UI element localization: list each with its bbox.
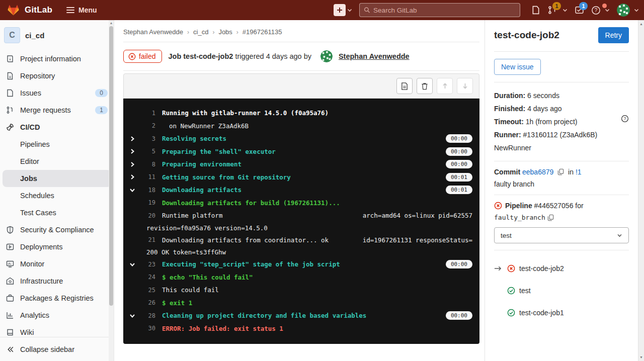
log-line: 26 $ exit 1 bbox=[129, 297, 472, 310]
pipeline-job-row[interactable]: test-code-job1 bbox=[494, 309, 629, 317]
log-line-number[interactable]: 30 bbox=[140, 325, 155, 332]
sidebar-project[interactable]: C ci_cd bbox=[0, 23, 114, 50]
scroll-to-bottom-button[interactable] bbox=[457, 78, 473, 94]
pipeline-jobs-list: test-code-job2 test test-code-job1 bbox=[494, 264, 629, 317]
section-toggle[interactable] bbox=[129, 313, 140, 319]
user-menu-button[interactable] bbox=[617, 4, 639, 17]
global-search[interactable] bbox=[359, 3, 520, 17]
avatar[interactable] bbox=[320, 50, 333, 62]
sidebar-item-merge-requests[interactable]: Merge requests 1 bbox=[0, 102, 114, 119]
log-line-number[interactable]: 25 bbox=[140, 287, 155, 294]
copy-icon[interactable] bbox=[557, 168, 564, 175]
section-toggle[interactable] bbox=[129, 261, 140, 267]
section-toggle[interactable] bbox=[129, 161, 140, 167]
new-menu-button[interactable] bbox=[334, 4, 352, 16]
chevron-right-icon bbox=[129, 136, 135, 142]
search-input[interactable] bbox=[373, 7, 516, 14]
sidebar-item-infrastructure[interactable]: Infrastructure bbox=[0, 273, 114, 290]
scroll-to-top-button[interactable] bbox=[437, 78, 453, 94]
scroll-up-arrow-icon[interactable]: ▲ bbox=[638, 22, 644, 26]
commit-message: faulty branch bbox=[494, 180, 629, 188]
sidebar-item-jobs[interactable]: Jobs bbox=[3, 170, 111, 187]
svg-text:?: ? bbox=[595, 7, 598, 13]
sidebar-item-editor[interactable]: Editor bbox=[0, 153, 114, 170]
scroll-up-arrow-icon[interactable]: ▲ bbox=[109, 20, 114, 25]
sidebar-item-analytics[interactable]: Analytics bbox=[0, 307, 114, 324]
log-line-detail: arch=amd64 os=linux pid=62557 bbox=[358, 212, 472, 219]
sidebar-item-schedules[interactable]: Schedules bbox=[0, 187, 114, 204]
log-line-number[interactable]: 8 bbox=[140, 161, 155, 168]
section-toggle[interactable] bbox=[129, 187, 140, 193]
commit-sha-link[interactable]: eeba6879 bbox=[522, 168, 553, 176]
menu-button[interactable]: Menu bbox=[66, 6, 97, 14]
pipeline-ref[interactable]: faulty_branch bbox=[494, 214, 545, 221]
log-line-number[interactable]: 26 bbox=[140, 299, 155, 306]
gitlab-logo-icon[interactable] bbox=[7, 4, 20, 16]
log-line-number[interactable]: 23 bbox=[140, 261, 155, 268]
pipeline-job-row[interactable]: test bbox=[494, 287, 629, 295]
todos-button[interactable]: 1 bbox=[575, 6, 584, 15]
sidebar-item-project-information[interactable]: Project information bbox=[0, 50, 114, 67]
trigger-user-link[interactable]: Stephan Avenwedde bbox=[339, 52, 410, 60]
sidebar-item-label: Merge requests bbox=[20, 106, 71, 114]
job-link[interactable]: test-code-job2 bbox=[519, 264, 564, 273]
section-toggle[interactable] bbox=[129, 174, 140, 180]
breadcrumb-jobs[interactable]: Jobs bbox=[218, 28, 232, 36]
log-line-number[interactable]: 2 bbox=[140, 122, 155, 129]
job-link[interactable]: test-code-job1 bbox=[519, 309, 564, 317]
log-line-number[interactable]: 3 bbox=[140, 135, 155, 142]
breadcrumb-project[interactable]: ci_cd bbox=[193, 28, 208, 36]
issues-dashboard-button[interactable] bbox=[531, 6, 540, 15]
timeout-help-icon[interactable]: ? bbox=[621, 115, 629, 123]
sidebar-item-ci-cd[interactable]: CI/CD bbox=[0, 119, 114, 136]
breadcrumb-job-id[interactable]: #1967261135 bbox=[243, 28, 282, 36]
log-line-number[interactable]: 18 bbox=[140, 187, 155, 194]
job-link[interactable]: test bbox=[519, 287, 531, 295]
sidebar-item-repository[interactable]: Repository bbox=[0, 67, 114, 84]
log-line-number[interactable]: 24 bbox=[140, 274, 155, 281]
log-line-number[interactable]: 19 bbox=[140, 199, 155, 206]
erase-log-button[interactable] bbox=[417, 78, 433, 94]
sidebar-scrollbar[interactable]: ▲ bbox=[109, 20, 114, 361]
log-line-number[interactable]: 20 bbox=[140, 212, 155, 219]
sidebar-item-wiki[interactable]: Wiki bbox=[0, 324, 114, 337]
pipeline-job-row-current[interactable]: test-code-job2 bbox=[494, 264, 629, 273]
scroll-down-arrow-icon[interactable]: ▼ bbox=[638, 355, 644, 359]
log-line: 11 Getting source from Git repository 00… bbox=[129, 171, 472, 184]
sidebar-item-issues[interactable]: Issues 0 bbox=[0, 84, 114, 102]
sidebar-item-test-cases[interactable]: Test Cases bbox=[0, 204, 114, 221]
log-line-number[interactable]: 21 bbox=[140, 236, 155, 243]
issues-icon bbox=[531, 6, 540, 15]
stage-dropdown[interactable]: test bbox=[494, 227, 629, 243]
sidebar-item-pipelines[interactable]: Pipelines bbox=[0, 136, 114, 153]
page-scrollbar[interactable]: ▲ ▼ bbox=[638, 20, 644, 361]
section-toggle[interactable] bbox=[129, 136, 140, 142]
copy-icon[interactable] bbox=[547, 214, 554, 221]
failed-status-icon bbox=[494, 202, 502, 210]
help-menu-button[interactable]: ? bbox=[591, 6, 610, 15]
scrollbar-thumb[interactable] bbox=[109, 26, 113, 306]
sidebar-item-monitor[interactable]: Monitor bbox=[0, 255, 114, 273]
package-icon bbox=[6, 294, 15, 303]
log-line-number[interactable]: 11 bbox=[140, 173, 155, 180]
sidebar-item-packages-registries[interactable]: Packages & Registries bbox=[0, 290, 114, 307]
merge-requests-button[interactable]: 1 bbox=[547, 6, 568, 15]
passed-status-icon bbox=[507, 309, 515, 317]
current-job-arrow-icon bbox=[494, 265, 507, 272]
breadcrumb-user[interactable]: Stephan Avenwedde bbox=[123, 28, 183, 36]
log-line-number[interactable]: 5 bbox=[140, 148, 155, 155]
pipeline-id[interactable]: #446527056 bbox=[534, 202, 574, 210]
show-raw-log-button[interactable] bbox=[396, 78, 413, 94]
log-toolbar bbox=[123, 73, 479, 99]
merge-request-link[interactable]: !1 bbox=[576, 168, 582, 176]
log-line-number[interactable]: 28 bbox=[140, 312, 155, 319]
new-issue-button[interactable]: New issue bbox=[494, 59, 541, 75]
log-line-number[interactable]: 1 bbox=[140, 110, 155, 117]
retry-button[interactable]: Retry bbox=[598, 27, 629, 43]
sidebar-item-security-compliance[interactable]: Security & Compliance bbox=[0, 221, 114, 238]
section-toggle[interactable] bbox=[129, 148, 140, 154]
sidebar-item-deployments[interactable]: Deployments bbox=[0, 238, 114, 255]
breadcrumb-separator: › bbox=[187, 29, 189, 36]
collapse-sidebar-button[interactable]: Collapse sidebar bbox=[0, 337, 114, 361]
brand-wordmark[interactable]: GitLab bbox=[25, 5, 52, 15]
